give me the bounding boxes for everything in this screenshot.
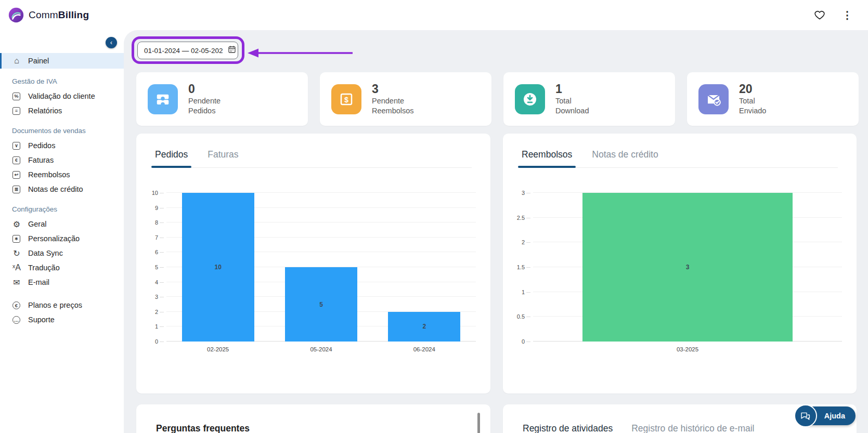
logo-icon xyxy=(8,7,24,23)
faq-title: Perguntas frequentes xyxy=(156,423,490,433)
sidebar-item-personalizacao[interactable]: ∗Personalização xyxy=(0,231,124,246)
refunds-panel-tabs: ReembolsosNotas de crédito xyxy=(522,149,838,168)
sidebar-item-label: Tradução xyxy=(28,264,60,272)
sidebar-item-label: Pedidos xyxy=(28,141,55,150)
nav-section-header: Documentos de vendas xyxy=(0,118,124,138)
tab-registro-de-atividades[interactable]: Registro de atividades xyxy=(523,423,613,433)
document-percent-icon: % xyxy=(12,93,20,100)
orders-inbox-icon: ∨ xyxy=(12,142,20,150)
nav-section-header: Configurações xyxy=(0,196,124,217)
tab-registro-de-historico-de-e-mail[interactable]: Registro de histórico de e-mail xyxy=(631,423,754,433)
logo-text: CommBilling xyxy=(29,9,89,21)
sidebar-item-e-mail[interactable]: ✉E-mail xyxy=(0,275,124,290)
bar-02-2025: 10 xyxy=(182,193,254,342)
help-button[interactable]: Ajuda xyxy=(799,406,856,425)
refunds-panel: ReembolsosNotas de crédito 00.511.522.53… xyxy=(503,134,857,393)
sidebar-item-traducao[interactable]: ˣATradução xyxy=(0,260,124,275)
date-range-input[interactable]: 01-01-2024 — 02-05-202 xyxy=(137,42,238,59)
y-tick-label: 1 xyxy=(155,323,158,330)
faq-scrollbar[interactable] xyxy=(477,413,480,433)
invoice-euro-icon: € xyxy=(12,156,20,164)
stat-label-line1: Total xyxy=(555,96,589,106)
refund-return-icon: ↩ xyxy=(12,171,20,179)
calendar-icon[interactable] xyxy=(228,45,236,56)
sidebar-item-label: Relatórios xyxy=(28,107,62,115)
sidebar-item-reembolsos[interactable]: ↩Reembolsos xyxy=(0,167,124,182)
stat-text: 1TotalDownload xyxy=(555,82,589,116)
y-tick-label: 3 xyxy=(522,190,525,196)
y-tick-label: 0 xyxy=(155,338,158,345)
y-axis: 00.511.522.53 xyxy=(503,193,533,342)
sidebar-item-label: Notas de crédito xyxy=(28,185,83,193)
sidebar-item-faturas[interactable]: €Faturas xyxy=(0,153,124,167)
stat-label-line1: Pendente xyxy=(372,96,414,106)
y-tick-label: 2.5 xyxy=(517,215,525,221)
y-tick-label: 10 xyxy=(152,190,158,196)
tab-pedidos[interactable]: Pedidos xyxy=(155,149,188,160)
sidebar-item-pedidos[interactable]: ∨Pedidos xyxy=(0,138,124,153)
stat-label-line2: Download xyxy=(555,106,589,116)
tab-notas-de-credito[interactable]: Notas de crédito xyxy=(592,149,658,160)
stat-label-line1: Total xyxy=(739,96,766,106)
faq-card: Perguntas frequentes xyxy=(136,404,490,433)
y-tick-label: 6 xyxy=(155,249,158,255)
activity-log-tabs: Registro de atividadesRegistro de histór… xyxy=(523,423,837,433)
sidebar-item-relatorios[interactable]: ≡Relatórios xyxy=(0,103,124,118)
sidebar-item-label: Data Sync xyxy=(28,249,63,257)
sidebar-collapse-button[interactable]: ‹ xyxy=(106,37,117,48)
bar-value-label: 10 xyxy=(214,264,221,271)
favorites-heart-icon[interactable] xyxy=(814,9,825,21)
svg-text:$: $ xyxy=(344,95,348,103)
x-tick-label: 02-2025 xyxy=(166,346,269,352)
sidebar-item-planos-e-precos[interactable]: €Planos e preços xyxy=(0,298,124,312)
y-tick-label: 8 xyxy=(155,219,158,226)
y-tick-label: 0.5 xyxy=(517,313,525,320)
main-content: 01-01-2024 — 02-05-202 0PendentePedidos$… xyxy=(124,30,868,433)
sidebar-item-data-sync[interactable]: ↻Data Sync xyxy=(0,246,124,260)
bar-05-2024: 5 xyxy=(285,267,357,342)
stat-value: 1 xyxy=(555,82,589,96)
sidebar-item-label: Validação do cliente xyxy=(28,92,95,100)
mail-check-icon xyxy=(698,84,729,114)
bar-value-label: 5 xyxy=(319,301,323,308)
y-tick-label: 1 xyxy=(522,289,525,295)
sidebar-item-validacao-do-cliente[interactable]: %Validação do cliente xyxy=(0,89,124,103)
kebab-menu-icon[interactable]: ⋮ xyxy=(842,10,852,20)
annotation-arrow xyxy=(247,47,355,59)
sidebar-nav: ⌂PainelGestão de IVA%Validação do client… xyxy=(0,30,124,327)
support-chat-icon: … xyxy=(12,316,20,324)
sidebar-item-notas-de-credito[interactable]: ≣Notas de crédito xyxy=(0,182,124,196)
stat-value: 20 xyxy=(739,82,766,96)
sidebar-item-suporte[interactable]: …Suporte xyxy=(0,312,124,327)
bar-03-2025: 3 xyxy=(582,193,793,342)
sync-icon: ↻ xyxy=(12,248,21,258)
home-icon: ⌂ xyxy=(12,56,21,65)
sidebar-item-label: Painel xyxy=(28,57,49,65)
stat-label-line2: Enviado xyxy=(739,106,766,116)
sidebar-item-painel[interactable]: ⌂Painel xyxy=(0,53,124,69)
x-tick-label: 03-2025 xyxy=(533,346,842,352)
y-tick-label: 3 xyxy=(155,294,158,300)
gear-icon: ⚙ xyxy=(12,219,21,229)
y-tick-label: 2 xyxy=(522,239,525,245)
download-circle-icon xyxy=(515,84,545,114)
customize-document-icon: ∗ xyxy=(12,235,20,243)
sidebar-item-geral[interactable]: ⚙Geral xyxy=(0,217,124,231)
x-axis-labels: 03-2025 xyxy=(533,346,842,352)
tab-faturas[interactable]: Faturas xyxy=(208,149,238,160)
orders-panel-tabs: PedidosFaturas xyxy=(155,149,472,168)
y-tick-label: 1.5 xyxy=(517,264,525,270)
pricing-euro-icon: € xyxy=(12,301,20,309)
mail-settings-icon: ✉ xyxy=(12,278,21,287)
sidebar: ‹ ⌂PainelGestão de IVA%Validação do clie… xyxy=(0,30,124,433)
tab-reembolsos[interactable]: Reembolsos xyxy=(522,149,572,160)
nav-section-header: Gestão de IVA xyxy=(0,69,124,89)
stat-value: 3 xyxy=(372,82,414,96)
date-range-value: 01-01-2024 — 02-05-202 xyxy=(144,47,223,55)
stat-text: 0PendentePedidos xyxy=(188,82,221,116)
document-report-icon: ≡ xyxy=(12,107,20,115)
sidebar-item-label: Personalização xyxy=(28,234,80,243)
orders-bar-chart: 012345678910 1052 02-202505-202406-2024 xyxy=(136,168,490,352)
dollar-square-icon: $ xyxy=(331,84,361,114)
credit-note-icon: ≣ xyxy=(12,186,20,193)
